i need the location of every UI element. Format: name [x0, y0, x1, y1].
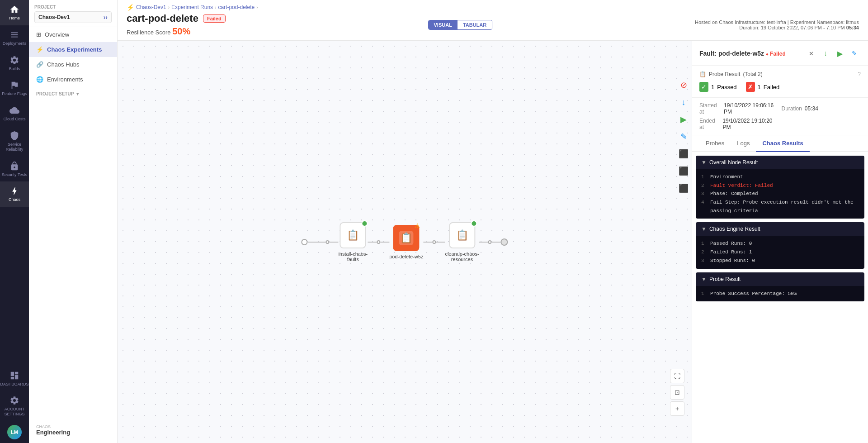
main-header: ⚡ Chaos-Dev1 › Experiment Runs › cart-po…	[118, 0, 868, 41]
orange-icon[interactable]: ⬛	[675, 180, 692, 196]
project-selector[interactable]: Chaos-Dev1 ››	[34, 11, 112, 23]
connector-circle-4	[488, 240, 492, 244]
chaos-big: Engineering	[36, 429, 110, 436]
ended-at-label: Ended at	[699, 118, 720, 130]
time-info: Started at 19/10/2022 19:06:16 PM Durati…	[692, 98, 868, 135]
connector-3	[368, 242, 377, 243]
probe-counts: ✓ 1 Passed ✗ 1 Failed	[699, 82, 861, 92]
probe-result-header-term[interactable]: ▼ Probe Result	[696, 272, 864, 286]
fit-btn[interactable]: ⊡	[670, 385, 684, 400]
sidebar-item-security-tests[interactable]: Security Tests	[0, 157, 29, 182]
connector-1	[307, 242, 326, 243]
tab-logs[interactable]: Logs	[731, 135, 756, 152]
chaos-engineering-label: CHAOS Engineering	[29, 421, 117, 439]
node-group-2: ⚠ 📋 pod-delete-w5z	[389, 225, 423, 259]
edit-btn[interactable]: ✎	[848, 47, 861, 60]
nav-item-overview[interactable]: ⊞ Overview	[29, 27, 117, 42]
sidebar-label-deployments: Deployments	[3, 41, 27, 46]
engine-text-3: Stopped Runs: 0	[710, 257, 755, 265]
duration-panel-value: 05:34	[805, 105, 818, 112]
download-side-icon[interactable]: ↓	[675, 94, 692, 110]
sidebar-item-builds[interactable]: Builds	[0, 51, 29, 76]
breadcrumb-exp-runs[interactable]: Experiment Runs	[171, 4, 213, 10]
node-pod-delete[interactable]: ⚠ 📋	[393, 225, 420, 251]
started-at-value: 19/10/2022 19:06:16 PM	[724, 102, 778, 115]
result-line-4: 4 Fail Step: Probe execution result didn…	[701, 198, 859, 215]
nav-item-environments[interactable]: 🌐 Environments	[29, 72, 117, 87]
status-dot-install	[362, 220, 368, 227]
probe-passed: ✓ 1 Passed	[699, 82, 737, 92]
purple-icon[interactable]: ⬛	[675, 163, 692, 179]
connector-7	[479, 242, 488, 243]
project-setup-header[interactable]: PROJECT SETUP ▾	[29, 87, 117, 98]
line-num-4: 4	[701, 198, 707, 215]
probe-clipboard-icon: 📋	[699, 71, 706, 77]
ended-at-value: 19/10/2022 19:10:20 PM	[722, 118, 778, 130]
passed-icon: ✓	[699, 82, 708, 92]
header-left: cart-pod-delete Failed Resilience Score …	[127, 13, 226, 37]
overview-icon: ⊞	[36, 31, 41, 38]
passed-label: Passed	[717, 84, 736, 91]
infra-text: Hosted on Chaos Infrastructure: test-inf…	[695, 19, 859, 25]
environments-icon: 🌐	[36, 76, 43, 83]
workflow-row: 📋 install-chaos-faults ⚠ 📋 pod-delete-w	[301, 222, 508, 262]
chaos-small: CHAOS	[36, 424, 110, 429]
close-btn[interactable]: ✕	[805, 47, 817, 60]
view-btn-tabular[interactable]: TABULAR	[458, 20, 492, 29]
nav-label-overview: Overview	[45, 31, 69, 38]
breadcrumb-sep-3: ›	[256, 5, 258, 10]
chaos-engine-header[interactable]: ▼ Chaos Engine Result	[696, 222, 864, 236]
project-label: Project	[34, 5, 112, 10]
sidebar-item-service-reliability[interactable]: Service Reliability	[0, 126, 29, 157]
sidebar-item-dashboards[interactable]: DASHBOARDS	[0, 366, 29, 391]
view-btn-visual[interactable]: VISUAL	[429, 20, 458, 29]
nav-item-chaos-hubs[interactable]: 🔗 Chaos Hubs	[29, 57, 117, 72]
duration-text: Duration: 19 October 2022, 07:06 PM - 7:…	[739, 25, 859, 30]
line-text-2: Fault Verdict: Failed	[710, 181, 773, 190]
play-side-icon[interactable]: ▶	[675, 111, 692, 128]
status-dot-cleanup	[471, 220, 477, 227]
nav-item-chaos-experiments[interactable]: ⚡ Chaos Experiments	[29, 42, 117, 57]
breadcrumb-project[interactable]: Chaos-Dev1	[136, 4, 166, 10]
sidebar-item-cloud-costs[interactable]: Cloud Costs	[0, 101, 29, 126]
sidebar-item-feature-flags[interactable]: Feature Flags	[0, 76, 29, 101]
workflow-container: 📋 install-chaos-faults ⚠ 📋 pod-delete-w	[301, 222, 508, 262]
sidebar-item-account-settings[interactable]: ACCOUNT SETTINGS	[0, 391, 29, 421]
zoom-in-btn[interactable]: +	[670, 401, 684, 416]
chaos-engine-result: ▼ Chaos Engine Result 1 Passed Runs: 0 2…	[696, 222, 864, 268]
sidebar-item-home[interactable]: Home	[0, 0, 29, 25]
project-header: Project Chaos-Dev1 ››	[29, 0, 117, 27]
sidebar-label-service-reliability: Service Reliability	[2, 142, 27, 152]
tab-chaos-results[interactable]: Chaos Results	[756, 135, 809, 152]
node-cleanup[interactable]: 📋	[449, 222, 475, 248]
overall-node-header[interactable]: ▼ Overall Node Result	[696, 156, 864, 169]
line-num-3: 3	[701, 190, 707, 198]
tab-probes[interactable]: Probes	[699, 135, 731, 152]
probe-result-body: 1 Probe Success Percentage: 50%	[696, 286, 864, 302]
cancel-icon[interactable]: ⊘	[675, 77, 692, 93]
sidebar-item-deployments[interactable]: Deployments	[0, 25, 29, 51]
end-node	[501, 238, 508, 246]
start-node	[301, 239, 307, 245]
node-install[interactable]: 📋	[340, 222, 366, 248]
fault-name: pod-delete-w5z	[718, 50, 764, 57]
edit-side-icon[interactable]: ✎	[675, 129, 692, 145]
pink-icon[interactable]: ⬛	[675, 146, 692, 162]
connector-8	[492, 242, 501, 243]
engine-line-2: 2 Failed Runs: 1	[701, 248, 859, 257]
sidebar-label-cloud-costs: Cloud Costs	[3, 117, 25, 122]
help-icon[interactable]: ?	[858, 71, 861, 77]
avatar[interactable]: LM	[7, 425, 22, 439]
fullscreen-btn[interactable]: ⛶	[670, 369, 684, 383]
breadcrumb-current[interactable]: cart-pod-delete	[218, 4, 255, 10]
page-title: cart-pod-delete	[127, 13, 198, 24]
overall-node-result: ▼ Overall Node Result 1 Environment 2 Fa…	[696, 156, 864, 219]
play-btn[interactable]: ▶	[834, 47, 846, 60]
probe-result-terminal: ▼ Probe Result 1 Probe Success Percentag…	[696, 272, 864, 302]
arrow-down-icon-3: ▼	[701, 276, 707, 282]
line-text-4: Fail Step: Probe execution result didn't…	[710, 198, 859, 215]
sidebar-item-chaos[interactable]: Chaos	[0, 181, 29, 207]
download-btn[interactable]: ↓	[819, 47, 832, 60]
connector-6	[436, 242, 445, 243]
probe-result-section: 📋 Probe Result (Total 2) ? ✓ 1 Passed ✗ …	[692, 66, 868, 98]
